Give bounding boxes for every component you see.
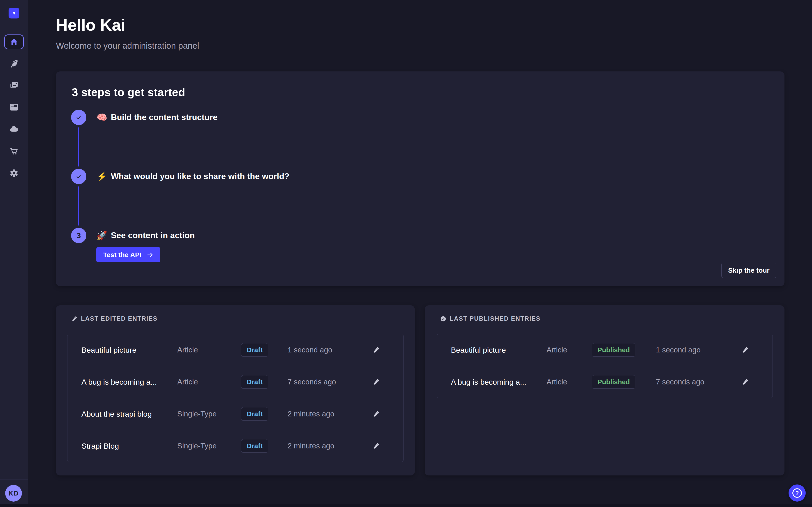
entry-title: Beautiful picture (82, 346, 177, 354)
home-icon (9, 38, 18, 46)
status-badge: Draft (241, 343, 268, 357)
entry-time: 7 seconds ago (656, 378, 739, 386)
pencil-icon (71, 316, 78, 322)
step-3-label[interactable]: 🚀 See content in action (97, 228, 195, 243)
step-1-indicator[interactable] (71, 110, 86, 125)
edit-entry-button[interactable] (369, 407, 383, 421)
guided-tour-card: 3 steps to get started 🧠 Build the conte… (56, 71, 784, 286)
rocket-emoji: 🚀 (97, 230, 107, 240)
entry-title: A bug is becoming a... (451, 378, 547, 386)
check-circle-icon (440, 316, 447, 322)
brain-emoji: 🧠 (97, 112, 107, 122)
window-bottom-edge (0, 504, 812, 507)
step-1-label[interactable]: 🧠 Build the content structure (97, 110, 217, 125)
sidebar-item-content-manager[interactable] (9, 58, 19, 69)
entry-title: Strapi Blog (82, 442, 177, 450)
table-row: Strapi Blog Single-Type Draft 2 minutes … (67, 430, 403, 462)
help-button[interactable]: ? (789, 485, 806, 502)
entry-time: 1 second ago (288, 346, 369, 354)
check-icon (75, 114, 83, 121)
admin-dashboard: KD Hello Kai Welcome to your administrat… (0, 0, 812, 507)
entry-type: Article (177, 378, 241, 386)
sidebar-item-home[interactable] (4, 35, 24, 49)
last-edited-entries-panel: LAST EDITED ENTRIES Beautiful picture Ar… (56, 305, 415, 475)
status-badge: Published (592, 343, 636, 357)
entry-type: Article (177, 346, 241, 354)
sidebar-divider-top (0, 28, 28, 28)
sidebar-item-marketplace[interactable] (9, 146, 19, 157)
edit-entry-button[interactable] (369, 439, 383, 453)
test-the-api-button[interactable]: Test the API (96, 247, 160, 262)
sidebar-item-deploy[interactable] (9, 124, 19, 135)
sidebar-divider-bottom (0, 480, 28, 480)
entry-type: Single-Type (177, 410, 241, 418)
table-row: About the strapi blog Single-Type Draft … (67, 398, 403, 430)
step-2-indicator[interactable] (71, 169, 86, 184)
status-badge: Draft (241, 407, 268, 421)
status-badge: Draft (241, 439, 268, 453)
status-badge: Published (592, 375, 636, 389)
check-icon (75, 173, 83, 180)
entry-time: 2 minutes ago (288, 410, 369, 418)
entry-type: Article (547, 378, 592, 386)
last-published-entries-panel: LAST PUBLISHED ENTRIES Beautiful picture… (425, 305, 784, 475)
lightning-emoji: ⚡ (97, 171, 107, 181)
strapi-logo-icon (11, 10, 17, 16)
entry-type: Article (547, 346, 592, 354)
table-row: Beautiful picture Article Published 1 se… (437, 334, 772, 366)
entry-time: 2 minutes ago (288, 442, 369, 450)
entry-time: 7 seconds ago (288, 378, 369, 386)
edit-entry-button[interactable] (739, 343, 752, 357)
question-circle-icon: ? (793, 488, 802, 498)
table-row: A bug is becoming a... Article Published… (437, 366, 772, 398)
gear-icon (9, 168, 19, 178)
panel-header-label: LAST PUBLISHED ENTRIES (450, 315, 541, 322)
entry-title: Beautiful picture (451, 346, 547, 354)
step-3-indicator[interactable]: 3 (71, 228, 86, 243)
sidebar-item-content-type-builder[interactable] (9, 102, 19, 113)
edit-entry-button[interactable] (739, 375, 752, 389)
page-title: Hello Kai (56, 16, 125, 34)
panel-header-label: LAST EDITED ENTRIES (81, 315, 158, 322)
edit-entry-button[interactable] (369, 375, 383, 389)
status-badge: Draft (241, 375, 268, 389)
step-connector (78, 127, 79, 167)
last-published-entries-table: Beautiful picture Article Published 1 se… (437, 334, 773, 398)
last-edited-entries-header: LAST EDITED ENTRIES (71, 315, 158, 322)
cart-icon (9, 146, 19, 156)
table-row: A bug is becoming a... Article Draft 7 s… (67, 366, 403, 398)
entry-time: 1 second ago (656, 346, 739, 354)
last-published-entries-header: LAST PUBLISHED ENTRIES (440, 315, 541, 322)
step-connector (78, 186, 79, 226)
edit-entry-button[interactable] (369, 343, 383, 357)
cloud-icon (9, 124, 19, 134)
arrow-right-icon (146, 251, 154, 259)
guided-tour-title: 3 steps to get started (72, 86, 185, 99)
skip-the-tour-button[interactable]: Skip the tour (721, 263, 776, 278)
images-icon (9, 80, 19, 90)
feather-icon (9, 59, 19, 68)
page-subtitle: Welcome to your administration panel (56, 41, 199, 51)
layout-icon (9, 102, 19, 112)
sidebar-item-media-library[interactable] (9, 80, 19, 91)
table-row: Beautiful picture Article Draft 1 second… (67, 334, 403, 366)
entry-title: About the strapi blog (82, 410, 177, 418)
entry-title: A bug is becoming a... (82, 378, 177, 386)
step-2-label[interactable]: ⚡ What would you like to share with the … (97, 169, 289, 184)
sidebar-item-settings[interactable] (9, 168, 19, 179)
sidebar: KD (0, 0, 28, 507)
avatar-initials: KD (8, 490, 18, 497)
last-edited-entries-table: Beautiful picture Article Draft 1 second… (67, 334, 404, 462)
user-avatar[interactable]: KD (5, 485, 22, 502)
entry-type: Single-Type (177, 442, 241, 450)
strapi-logo-button[interactable] (9, 8, 19, 18)
